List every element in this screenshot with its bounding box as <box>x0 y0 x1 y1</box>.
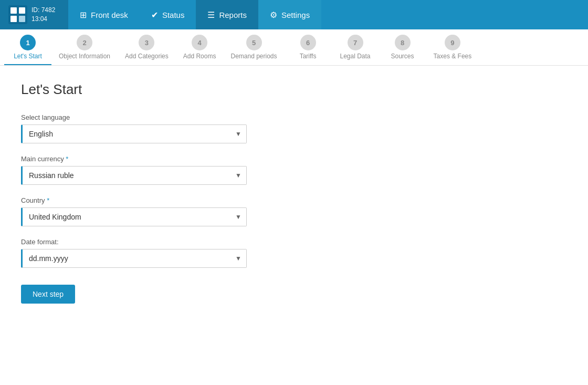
step-6-circle: 6 <box>300 35 316 50</box>
step-3-label: Add Categories <box>125 53 169 60</box>
step-7-circle: 7 <box>348 35 363 50</box>
language-select-wrapper: English Russian German French Spanish ▼ <box>21 124 247 143</box>
main-content: Let's Start Select language English Russ… <box>0 66 588 319</box>
svg-rect-2 <box>19 7 25 14</box>
logo-icon <box>8 5 27 24</box>
currency-select-wrapper: Russian ruble US Dollar Euro British Pou… <box>21 166 247 185</box>
currency-label: Main currency * <box>21 155 567 163</box>
step-4-circle: 4 <box>192 35 207 50</box>
step-4-label: Add Rooms <box>183 53 216 60</box>
currency-group: Main currency * Russian ruble US Dollar … <box>21 155 567 185</box>
logo-id: ID: 7482 <box>32 6 55 15</box>
logo-area: ID: 7482 13:04 <box>0 0 68 29</box>
page-title: Let's Start <box>21 81 567 98</box>
check-icon: ✔ <box>151 10 158 20</box>
svg-rect-1 <box>10 7 17 14</box>
country-select-wrapper: United Kingdom Russia United States Germ… <box>21 207 247 226</box>
step-4[interactable]: 4 Add Rooms <box>176 29 224 65</box>
nav-reports[interactable]: ☰ Reports <box>196 0 258 29</box>
step-3-circle: 3 <box>139 35 154 50</box>
svg-rect-4 <box>19 16 25 22</box>
nav-settings[interactable]: ⚙ Settings <box>258 0 321 29</box>
currency-required: * <box>66 155 68 163</box>
step-2-label: Object Information <box>59 53 110 60</box>
step-7[interactable]: 7 Legal Data <box>332 29 379 65</box>
nav-front-desk[interactable]: ⊞ Front desk <box>68 0 140 29</box>
step-1-label: Let's Start <box>14 53 42 60</box>
step-7-label: Legal Data <box>340 53 371 60</box>
step-8[interactable]: 8 Sources <box>379 29 426 65</box>
step-5-circle: 5 <box>246 35 262 50</box>
currency-select[interactable]: Russian ruble US Dollar Euro British Pou… <box>21 166 247 185</box>
step-6-label: Tariffs <box>300 53 317 60</box>
date-format-select[interactable]: dd.mm.yyyy mm/dd/yyyy yyyy-mm-dd <box>21 249 247 268</box>
gear-icon: ⚙ <box>270 10 277 20</box>
grid-icon: ⊞ <box>80 10 87 20</box>
nav-items: ⊞ Front desk ✔ Status ☰ Reports ⚙ Settin… <box>68 0 588 29</box>
logo-info: ID: 7482 13:04 <box>32 6 55 24</box>
step-5[interactable]: 5 Demand periods <box>223 29 284 65</box>
next-step-button[interactable]: Next step <box>21 285 75 304</box>
country-group: Country * United Kingdom Russia United S… <box>21 196 567 226</box>
date-format-select-wrapper: dd.mm.yyyy mm/dd/yyyy yyyy-mm-dd ▼ <box>21 249 247 268</box>
step-navigation: 1 Let's Start 2 Object Information 3 Add… <box>0 29 588 66</box>
step-5-label: Demand periods <box>230 53 277 60</box>
step-2[interactable]: 2 Object Information <box>51 29 118 65</box>
step-1[interactable]: 1 Let's Start <box>4 29 51 65</box>
step-8-label: Sources <box>391 53 414 60</box>
logo-time: 13:04 <box>32 15 55 24</box>
language-select[interactable]: English Russian German French Spanish <box>21 124 247 143</box>
svg-rect-3 <box>10 16 17 22</box>
step-3[interactable]: 3 Add Categories <box>118 29 176 65</box>
step-9[interactable]: 9 Taxes & Fees <box>426 29 479 65</box>
step-9-circle: 9 <box>445 35 460 50</box>
top-navigation: ID: 7482 13:04 ⊞ Front desk ✔ Status ☰ R… <box>0 0 588 29</box>
language-group: Select language English Russian German F… <box>21 113 567 143</box>
step-2-circle: 2 <box>77 35 92 50</box>
date-format-group: Date format: dd.mm.yyyy mm/dd/yyyy yyyy-… <box>21 238 567 268</box>
step-1-circle: 1 <box>20 35 36 50</box>
nav-status[interactable]: ✔ Status <box>140 0 196 29</box>
country-required: * <box>47 196 49 204</box>
step-6[interactable]: 6 Tariffs <box>285 29 332 65</box>
step-9-label: Taxes & Fees <box>434 53 472 60</box>
step-8-circle: 8 <box>395 35 411 50</box>
country-label: Country * <box>21 196 567 204</box>
language-label: Select language <box>21 113 567 121</box>
list-icon: ☰ <box>207 10 215 20</box>
country-select[interactable]: United Kingdom Russia United States Germ… <box>21 207 247 226</box>
date-format-label: Date format: <box>21 238 567 246</box>
